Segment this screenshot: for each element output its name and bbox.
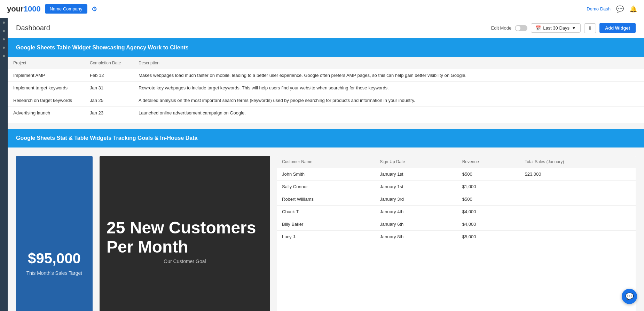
calendar-icon: 📅 [535, 25, 541, 31]
project-cell: Research on target keywords [8, 94, 84, 107]
sidebar-dot-5 [3, 55, 5, 57]
middle-column: 25 New Customers Per Month Our Customer … [100, 156, 270, 311]
logo: your1000 [7, 5, 41, 14]
description-cell: A detailed analysis on the most importan… [133, 94, 644, 107]
total-sales-cell: $23,000 [520, 168, 636, 181]
customer-name-cell: Sally Connor [277, 181, 375, 193]
logo-text: your [7, 5, 24, 13]
table-row: Research on target keywords Jan 25 A det… [8, 94, 644, 107]
dashboard-controls: Edit Mode 📅 Last 30 Days ▼ ⬇ Add Widget [491, 23, 636, 33]
total-sales-cell [520, 231, 636, 243]
top-bar-left: your1000 Name Company ⚙ [7, 4, 97, 14]
main-layout: Dashboard Edit Mode 📅 Last 30 Days ▼ ⬇ A… [0, 18, 644, 311]
total-sales-cell [520, 193, 636, 206]
add-widget-button[interactable]: Add Widget [599, 23, 636, 33]
customer-name-cell: Lucy J. [277, 231, 375, 243]
revenue-cell: $500 [457, 193, 520, 206]
table-row: SEO audit updates Jan 22 Completed on-si… [8, 119, 644, 123]
description-cell: Launched online advertisement campaign o… [133, 107, 644, 119]
description-cell: Completed on-site optimizations (based o… [133, 119, 644, 123]
customer-table-body: John Smith January 1st $500 $23,000 Sall… [277, 168, 636, 243]
customer-data-table: Customer Name Sign-Up Date Revenue Total… [277, 156, 636, 243]
date-cell: Jan 31 [84, 82, 133, 94]
date-cell: Jan 25 [84, 94, 133, 107]
top-navigation-bar: your1000 Name Company ⚙ Demo Dash 💬 🔔 [0, 0, 644, 18]
top-bar-right: Demo Dash 💬 🔔 [587, 5, 637, 13]
stats-section: $95,000 This Month's Sales Target 25 New… [8, 147, 644, 311]
customer-goal-card: 25 New Customers Per Month Our Customer … [100, 156, 270, 311]
project-cell: SEO audit updates [8, 119, 84, 123]
chevron-down-icon: ▼ [572, 25, 576, 31]
nav-company-button[interactable]: Name Company [45, 4, 87, 14]
settings-icon[interactable]: ⚙ [92, 5, 97, 13]
chat-icon[interactable]: 💬 [616, 5, 624, 13]
logo-highlight: 1000 [24, 5, 41, 13]
section1-table-wrapper[interactable]: Project Completion Date Description Impl… [8, 57, 644, 123]
table-row: Implement AMP Feb 12 Makes webpages load… [8, 69, 644, 82]
project-cell: Implement AMP [8, 69, 84, 82]
sales-target-label: This Month's Sales Target [26, 270, 82, 276]
col-revenue: Revenue [457, 156, 520, 168]
main-content: Dashboard Edit Mode 📅 Last 30 Days ▼ ⬇ A… [8, 18, 644, 311]
section1-banner: Google Sheets Table Widget Showcasing Ag… [8, 38, 644, 57]
edit-mode-label: Edit Mode [491, 25, 512, 31]
col-total-sales: Total Sales (January) [520, 156, 636, 168]
revenue-cell: $4,000 [457, 218, 520, 231]
table-row: Sally Connor January 1st $1,000 [277, 181, 636, 193]
customer-goal-value: 25 New Customers Per Month [107, 218, 263, 256]
col-date: Completion Date [84, 57, 133, 69]
revenue-cell: $5,000 [457, 231, 520, 243]
signup-date-cell: January 6th [375, 218, 457, 231]
table-row: Advertising launch Jan 23 Launched onlin… [8, 107, 644, 119]
date-filter-button[interactable]: 📅 Last 30 Days ▼ [531, 23, 581, 33]
section2-banner: Google Sheets Stat & Table Widgets Track… [8, 129, 644, 147]
total-sales-cell [520, 181, 636, 193]
table-row: Billy Baker January 6th $4,000 [277, 218, 636, 231]
customer-name-cell: Chuck T. [277, 206, 375, 218]
signup-date-cell: January 8th [375, 231, 457, 243]
total-sales-cell [520, 218, 636, 231]
sales-target-card: $95,000 This Month's Sales Target [16, 156, 93, 311]
sidebar-dot-4 [3, 47, 5, 49]
total-sales-cell [520, 206, 636, 218]
date-cell: Feb 12 [84, 69, 133, 82]
customer-goal-label: Our Customer Goal [164, 258, 206, 264]
section1-data-table: Project Completion Date Description Impl… [8, 57, 644, 123]
page-title: Dashboard [16, 24, 50, 32]
section1-table-widget: Project Completion Date Description Impl… [8, 57, 644, 123]
edit-mode-toggle[interactable] [515, 25, 527, 31]
revenue-cell: $1,000 [457, 181, 520, 193]
table-row: Chuck T. January 4th $4,000 [277, 206, 636, 218]
table-row: Lucy J. January 8th $5,000 [277, 231, 636, 243]
col-customer-name: Customer Name [277, 156, 375, 168]
customer-name-cell: Billy Baker [277, 218, 375, 231]
chat-bubble-icon: 💬 [625, 292, 634, 301]
sidebar-dot-3 [3, 38, 5, 40]
sidebar-dot-1 [3, 22, 5, 24]
bell-icon[interactable]: 🔔 [629, 5, 637, 13]
customer-table-widget: Customer Name Sign-Up Date Revenue Total… [277, 156, 636, 311]
signup-date-cell: January 1st [375, 181, 457, 193]
date-cell: Jan 22 [84, 119, 133, 123]
revenue-cell: $500 [457, 168, 520, 181]
customer-name-cell: Robert Williams [277, 193, 375, 206]
table-row: John Smith January 1st $500 $23,000 [277, 168, 636, 181]
download-button[interactable]: ⬇ [584, 23, 596, 33]
signup-date-cell: January 1st [375, 168, 457, 181]
sidebar-dot-2 [3, 30, 5, 32]
chat-bubble-button[interactable]: 💬 [622, 289, 637, 304]
customer-name-cell: John Smith [277, 168, 375, 181]
dashboard-header: Dashboard Edit Mode 📅 Last 30 Days ▼ ⬇ A… [8, 18, 644, 38]
section1-table-head: Project Completion Date Description [8, 57, 644, 69]
col-project: Project [8, 57, 84, 69]
table-row: Robert Williams January 3rd $500 [277, 193, 636, 206]
section1-table-body: Implement AMP Feb 12 Makes webpages load… [8, 69, 644, 123]
description-cell: Makes webpages load much faster on mobil… [133, 69, 644, 82]
table-row: Implement target keywords Jan 31 Rewrote… [8, 82, 644, 94]
signup-date-cell: January 4th [375, 206, 457, 218]
date-cell: Jan 23 [84, 107, 133, 119]
project-cell: Advertising launch [8, 107, 84, 119]
section1-header-row: Project Completion Date Description [8, 57, 644, 69]
col-signup-date: Sign-Up Date [375, 156, 457, 168]
customer-header-row: Customer Name Sign-Up Date Revenue Total… [277, 156, 636, 168]
